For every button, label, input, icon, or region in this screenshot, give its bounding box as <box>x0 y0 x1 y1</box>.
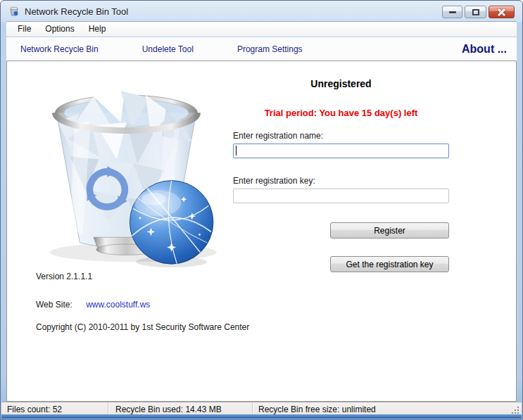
window-bottom-frame <box>1 414 522 419</box>
register-button[interactable]: Register <box>330 222 449 238</box>
app-icon <box>8 6 20 17</box>
get-registration-key-button[interactable]: Get the registration key <box>330 256 449 272</box>
menu-bar: File Options Help <box>6 21 517 37</box>
registration-name-label: Enter registration name: <box>233 131 323 141</box>
maximize-icon <box>472 9 479 15</box>
recycle-bin-illustration <box>29 73 224 268</box>
nav-network-recycle-bin[interactable]: Network Recycle Bin <box>20 44 99 54</box>
copyright-text: Copyright (C) 2010-2011 by 1st Security … <box>36 322 249 332</box>
resize-grip[interactable] <box>517 412 519 414</box>
maximize-button[interactable] <box>465 6 486 18</box>
close-button[interactable] <box>489 6 515 18</box>
nav-about[interactable]: About ... <box>462 43 507 56</box>
network-globe <box>130 181 213 265</box>
app-window: Network Recycle Bin Tool File Options He… <box>0 0 523 420</box>
content-panel: Unregistered Trial period: You have 15 d… <box>6 61 517 402</box>
close-icon <box>497 8 506 17</box>
registration-status: Unregistered <box>233 78 449 89</box>
nav-undelete-tool[interactable]: Undelete Tool <box>142 44 194 54</box>
menu-options[interactable]: Options <box>38 22 81 36</box>
toolbar: Network Recycle Bin Undelete Tool Progra… <box>6 37 517 61</box>
trial-period-message: Trial period: You have 15 day(s) left <box>233 108 449 118</box>
minimize-button[interactable] <box>442 6 462 18</box>
website-link[interactable]: www.coolstuff.ws <box>86 300 150 310</box>
registration-key-input[interactable] <box>233 189 449 203</box>
website-label: Web Site: <box>36 300 73 310</box>
registration-name-input[interactable] <box>233 144 449 158</box>
text-caret <box>236 146 237 155</box>
registration-key-label: Enter registration key: <box>233 176 315 186</box>
nav-program-settings[interactable]: Program Settings <box>237 44 303 54</box>
website-row: Web Site: www.coolstuff.ws <box>36 300 150 310</box>
menu-file[interactable]: File <box>11 22 38 36</box>
version-text: Version 2.1.1.1 <box>36 272 92 281</box>
window-title: Network Recycle Bin Tool <box>25 6 128 17</box>
menu-help[interactable]: Help <box>82 22 113 36</box>
minimize-icon <box>449 11 456 13</box>
caption-buttons <box>442 6 515 18</box>
